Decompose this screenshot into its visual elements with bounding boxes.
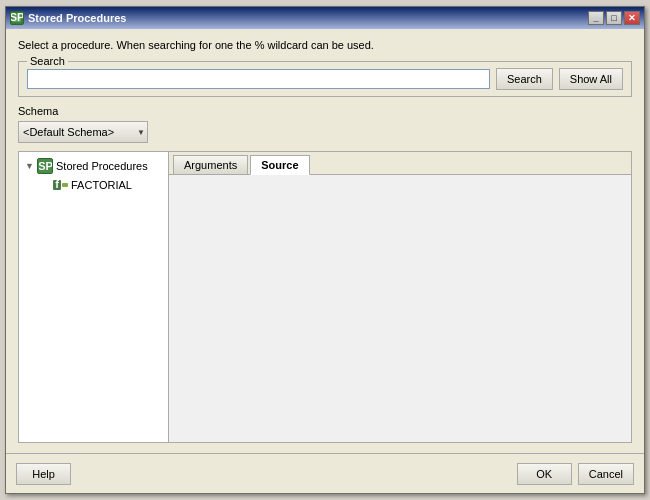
- tab-source[interactable]: Source: [250, 155, 309, 175]
- tree-panel: ▼ SP Stored Procedures ▶: [19, 152, 169, 442]
- footer-right-buttons: OK Cancel: [517, 463, 634, 485]
- search-row: Search Show All: [27, 68, 623, 90]
- schema-row: Schema <Default Schema>: [18, 105, 632, 143]
- tree-root-label: Stored Procedures: [56, 160, 148, 172]
- schema-select[interactable]: <Default Schema>: [18, 121, 148, 143]
- svg-rect-5: [62, 183, 68, 187]
- schema-select-wrapper: <Default Schema>: [18, 121, 148, 143]
- svg-text:SP: SP: [39, 160, 52, 172]
- help-button[interactable]: Help: [16, 463, 71, 485]
- ok-button[interactable]: OK: [517, 463, 572, 485]
- tab-arguments[interactable]: Arguments: [173, 155, 248, 175]
- search-button[interactable]: Search: [496, 68, 553, 90]
- maximize-button[interactable]: □: [606, 11, 622, 25]
- close-button[interactable]: ✕: [624, 11, 640, 25]
- tree-factorial-node[interactable]: ▶ f FACTORIAL: [39, 176, 164, 194]
- svg-text:SP: SP: [11, 12, 23, 23]
- search-group: Search Search Show All: [18, 61, 632, 97]
- right-panel: Arguments Source: [169, 152, 631, 442]
- instruction-text: Select a procedure. When searching for o…: [18, 39, 632, 51]
- search-group-label: Search: [27, 55, 68, 67]
- tree-expand-icon: ▼: [25, 161, 35, 171]
- tree-factorial-label: FACTORIAL: [71, 179, 132, 191]
- main-window: SP Stored Procedures _ □ ✕ Select a proc…: [5, 6, 645, 494]
- content-area: Select a procedure. When searching for o…: [6, 29, 644, 453]
- window-icon: SP: [10, 11, 24, 25]
- tree-child-node: ▶ f FACTORIAL: [39, 176, 164, 194]
- tree-root-node[interactable]: ▼ SP Stored Procedures: [23, 156, 164, 176]
- svg-text:f: f: [55, 178, 59, 190]
- schema-label: Schema: [18, 105, 632, 117]
- window-title: Stored Procedures: [28, 12, 588, 24]
- cancel-button[interactable]: Cancel: [578, 463, 634, 485]
- tabs-row: Arguments Source: [169, 152, 631, 175]
- main-panel: ▼ SP Stored Procedures ▶: [18, 151, 632, 443]
- show-all-button[interactable]: Show All: [559, 68, 623, 90]
- stored-procedures-icon: SP: [37, 158, 53, 174]
- footer: Help OK Cancel: [6, 453, 644, 493]
- titlebar-buttons: _ □ ✕: [588, 11, 640, 25]
- tab-content-area: [169, 175, 631, 442]
- minimize-button[interactable]: _: [588, 11, 604, 25]
- search-input[interactable]: [27, 69, 490, 89]
- factorial-icon: f: [53, 178, 69, 192]
- titlebar: SP Stored Procedures _ □ ✕: [6, 7, 644, 29]
